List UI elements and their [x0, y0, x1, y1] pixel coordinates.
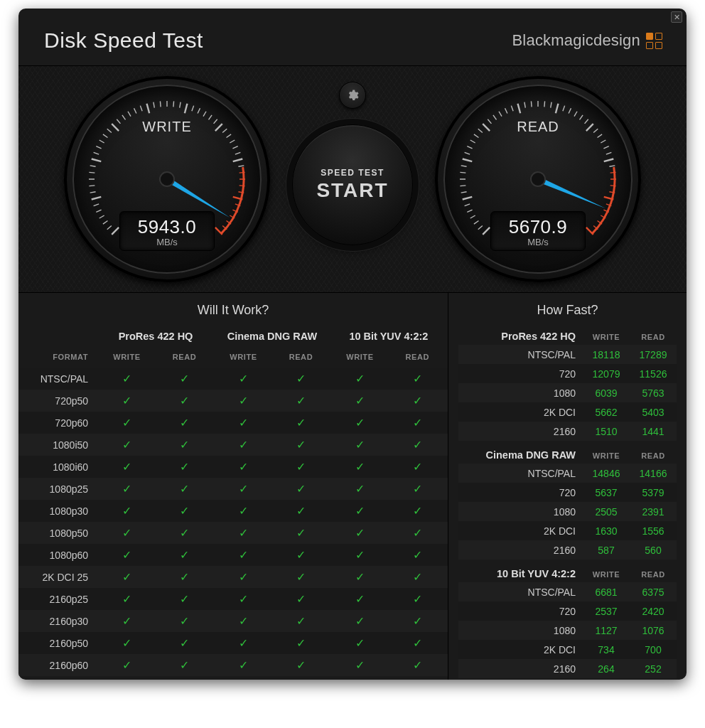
format-label: 2160p25: [18, 588, 98, 610]
svg-line-26: [160, 101, 161, 107]
check-cell: ✓: [331, 566, 389, 588]
check-icon: ✓: [122, 549, 131, 561]
svg-line-85: [544, 101, 545, 107]
check-icon: ✓: [122, 395, 131, 407]
svg-line-67: [460, 172, 465, 173]
check-icon: ✓: [180, 637, 189, 649]
read-value: 1441: [630, 426, 677, 437]
check-icon: ✓: [355, 549, 365, 561]
write-value: 1127: [583, 625, 630, 636]
check-cell: ✓: [215, 588, 272, 610]
read-value: 2391: [630, 506, 677, 518]
read-value: 6375: [630, 587, 677, 598]
check-cell: ✓: [215, 610, 272, 632]
read-value: 5403: [630, 407, 677, 418]
format-label: 1080: [458, 387, 583, 399]
write-value: 734: [583, 644, 630, 655]
svg-line-42: [233, 159, 243, 162]
format-label: 1080: [458, 506, 583, 518]
check-cell: ✓: [98, 610, 156, 632]
svg-line-40: [232, 146, 237, 149]
table-row: 2160p25✓✓✓✓✓✓: [18, 588, 448, 610]
check-icon: ✓: [239, 571, 248, 583]
check-cell: ✓: [331, 654, 389, 676]
table-row: 108060395763: [458, 383, 677, 402]
check-icon: ✓: [122, 373, 131, 385]
close-button[interactable]: ✕: [671, 11, 682, 23]
check-cell: ✓: [331, 368, 389, 390]
check-cell: ✓: [272, 478, 330, 500]
check-icon: ✓: [180, 373, 189, 385]
svg-line-100: [609, 166, 615, 166]
table-row: 720p50✓✓✓✓✓✓: [18, 390, 448, 412]
format-label: 1080: [458, 625, 583, 636]
table-row: 1080i50✓✓✓✓✓✓: [18, 434, 448, 456]
svg-line-29: [180, 102, 181, 108]
will-it-work-title: Will It Work?: [18, 293, 448, 323]
check-icon: ✓: [413, 483, 422, 495]
check-cell: ✓: [389, 390, 446, 412]
check-cell: ✓: [389, 588, 446, 610]
check-cell: ✓: [215, 632, 272, 654]
check-icon: ✓: [296, 461, 306, 473]
read-header: READ: [389, 346, 446, 368]
codec-header: ProRes 422 HQ: [458, 326, 583, 345]
read-header: READ: [156, 346, 213, 368]
read-value: 700: [630, 644, 677, 655]
table-row: 216015101441: [458, 422, 677, 441]
check-cell: ✓: [272, 588, 330, 610]
write-value: 6681: [583, 587, 630, 598]
read-value: 560: [630, 545, 677, 556]
check-cell: ✓: [272, 368, 330, 390]
write-gauge-readout: 5943.0 MB/s: [119, 211, 215, 251]
format-label: 2160p60: [18, 654, 98, 676]
check-cell: ✓: [156, 632, 213, 654]
format-label: 2K DCI: [458, 644, 583, 655]
check-cell: ✓: [331, 478, 389, 500]
svg-line-32: [198, 108, 200, 113]
check-cell: ✓: [156, 390, 213, 412]
check-cell: ✓: [331, 434, 389, 456]
svg-line-65: [460, 186, 465, 186]
table-row: 1080i60✓✓✓✓✓✓: [18, 456, 448, 478]
check-icon: ✓: [122, 461, 131, 473]
check-cell: ✓: [331, 522, 389, 544]
check-icon: ✓: [296, 637, 306, 649]
check-icon: ✓: [413, 505, 422, 517]
format-label: 2160: [458, 545, 583, 556]
format-label: 2160p50: [18, 632, 98, 654]
write-value: 264: [583, 663, 630, 675]
format-label: 2K DCI: [458, 525, 583, 537]
settings-button[interactable]: [339, 82, 366, 109]
check-icon: ✓: [413, 373, 422, 385]
check-icon: ✓: [355, 461, 365, 473]
write-value: 12079: [583, 368, 630, 380]
svg-line-5: [94, 204, 99, 206]
svg-line-0: [112, 228, 119, 235]
format-label: 2160: [458, 426, 583, 437]
check-icon: ✓: [180, 659, 189, 671]
start-button[interactable]: SPEED TEST START: [292, 124, 413, 245]
check-icon: ✓: [180, 527, 189, 539]
read-value: 17289: [630, 349, 677, 360]
check-cell: ✓: [156, 654, 213, 676]
read-value: 5763: [630, 387, 677, 399]
check-icon: ✓: [239, 527, 248, 539]
write-value: 2505: [583, 506, 630, 518]
table-row: 7201207911526: [458, 364, 677, 383]
svg-line-86: [551, 102, 551, 108]
write-value: 5637: [583, 487, 630, 498]
format-label: 2160p30: [18, 610, 98, 632]
table-row: 2K DCI56625403: [458, 402, 677, 422]
check-icon: ✓: [122, 659, 131, 671]
svg-line-62: [465, 204, 470, 206]
write-header: WRITE: [215, 346, 272, 368]
check-icon: ✓: [239, 659, 248, 671]
svg-line-7: [90, 192, 96, 193]
start-button-big-text: START: [316, 179, 388, 202]
check-cell: ✓: [215, 566, 272, 588]
svg-line-28: [173, 101, 174, 107]
check-icon: ✓: [296, 593, 306, 605]
format-label: 1080i50: [18, 434, 98, 456]
check-icon: ✓: [180, 593, 189, 605]
